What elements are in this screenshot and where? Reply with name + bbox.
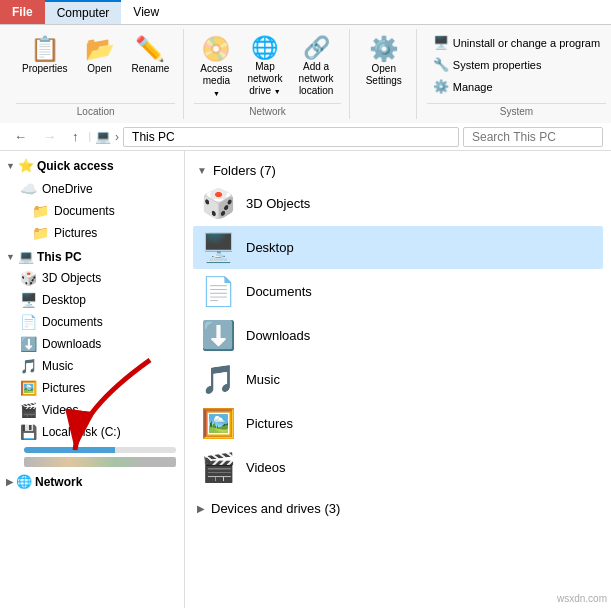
- folder-item-music[interactable]: 🎵 Music: [193, 358, 603, 401]
- sidebar-item-3d-objects[interactable]: 🎲 3D Objects: [0, 267, 184, 289]
- pc-icon-address: 💻: [95, 129, 111, 144]
- folders-section-label: Folders (7): [213, 163, 276, 178]
- documents-od-icon: 📁: [32, 203, 49, 219]
- pictures-od-icon: 📁: [32, 225, 49, 241]
- sidebar-item-documents-od[interactable]: 📁 Documents: [0, 200, 184, 222]
- sidebar-item-pictures[interactable]: 🖼️ Pictures: [0, 377, 184, 399]
- uninstall-icon: 🖥️: [433, 35, 449, 50]
- quick-access-icon: ⭐: [18, 158, 34, 173]
- music-icon: 🎵: [20, 358, 37, 374]
- sidebar-item-quick-access[interactable]: ▼ ⭐ Quick access: [0, 155, 184, 176]
- forward-button[interactable]: →: [37, 126, 62, 147]
- add-network-location-button[interactable]: 🔗 Add a networklocation: [292, 33, 341, 101]
- pictures-icon: 🖼️: [20, 380, 37, 396]
- address-input[interactable]: [123, 127, 459, 147]
- documents-icon: 📄: [20, 314, 37, 330]
- folder-item-documents[interactable]: 📄 Documents: [193, 270, 603, 313]
- search-input[interactable]: [463, 127, 603, 147]
- tab-computer[interactable]: Computer: [45, 0, 122, 24]
- access-media-button[interactable]: 📀 Accessmedia ▼: [194, 33, 238, 103]
- sidebar-item-pictures-od[interactable]: 📁 Pictures: [0, 222, 184, 244]
- map-network-drive-button[interactable]: 🌐 Map networkdrive ▼: [242, 33, 287, 101]
- local-disk-icon: 💾: [20, 424, 37, 440]
- devices-section-label: Devices and drives (3): [211, 501, 340, 516]
- access-media-icon: 📀: [201, 37, 231, 61]
- sidebar-section-onedrive: ☁️ OneDrive 📁 Documents 📁 Pictures: [0, 178, 184, 244]
- map-network-drive-icon: 🌐: [251, 37, 278, 59]
- watermark: wsxdn.com: [557, 593, 607, 604]
- network-icon: 🌐: [16, 474, 32, 489]
- folder-desktop-icon: 🖥️: [201, 231, 236, 264]
- network-group-label: Network: [194, 103, 340, 119]
- manage-icon: ⚙️: [433, 79, 449, 94]
- folder-videos-icon: 🎬: [201, 451, 236, 484]
- address-bar: ← → ↑ | 💻 ›: [0, 123, 611, 151]
- ribbon-group-system: 🖥️ Uninstall or change a program 🔧 Syste…: [419, 29, 611, 119]
- chevron-network: ▶: [6, 477, 13, 487]
- folder-3d-icon: 🎲: [201, 187, 236, 220]
- system-properties-icon: 🔧: [433, 57, 449, 72]
- properties-icon: 📋: [30, 37, 60, 61]
- sidebar-item-onedrive[interactable]: ☁️ OneDrive: [0, 178, 184, 200]
- manage-button[interactable]: ⚙️ Manage: [427, 77, 606, 96]
- videos-icon: 🎬: [20, 402, 37, 418]
- content-area: ▼ Folders (7) 🎲 3D Objects 🖥️ Desktop 📄 …: [185, 151, 611, 608]
- folder-item-videos[interactable]: 🎬 Videos: [193, 446, 603, 489]
- sidebar: ▼ ⭐ Quick access ☁️ OneDrive 📁 Documents…: [0, 151, 185, 608]
- sidebar-item-desktop[interactable]: 🖥️ Desktop: [0, 289, 184, 311]
- sidebar-section-this-pc: ▼ 💻 This PC 🎲 3D Objects 🖥️ Desktop 📄 Do…: [0, 246, 184, 443]
- chevron-quick-access: ▼: [6, 161, 15, 171]
- sidebar-item-network[interactable]: ▶ 🌐 Network: [0, 471, 184, 492]
- this-pc-icon: 💻: [18, 249, 34, 264]
- tab-view[interactable]: View: [121, 0, 171, 24]
- system-properties-button[interactable]: 🔧 System properties: [427, 55, 606, 74]
- system-group-label: System: [427, 103, 606, 119]
- path-arrow: ›: [115, 130, 119, 144]
- sidebar-item-documents[interactable]: 📄 Documents: [0, 311, 184, 333]
- devices-chevron-icon: ▶: [197, 503, 205, 514]
- uninstall-button[interactable]: 🖥️ Uninstall or change a program: [427, 33, 606, 52]
- location-group-label: Location: [16, 103, 175, 119]
- downloads-icon: ⬇️: [20, 336, 37, 352]
- folder-pictures-icon: 🖼️: [201, 407, 236, 440]
- settings-icon: ⚙️: [369, 37, 399, 61]
- sidebar-section-quick-access: ▼ ⭐ Quick access: [0, 155, 184, 176]
- ribbon-group-open-settings: ⚙️ OpenSettings _: [352, 29, 417, 119]
- properties-button[interactable]: 📋 Properties: [16, 33, 74, 79]
- storage-info: [24, 457, 176, 467]
- open-button[interactable]: 📂 Open: [78, 33, 122, 79]
- folders-section-header[interactable]: ▼ Folders (7): [193, 159, 603, 182]
- 3d-objects-icon: 🎲: [20, 270, 37, 286]
- folder-documents-icon: 📄: [201, 275, 236, 308]
- sidebar-item-local-disk[interactable]: 💾 Local Disk (C:): [0, 421, 184, 443]
- ribbon-tabs: File Computer View: [0, 0, 611, 25]
- sidebar-section-network: ▶ 🌐 Network: [0, 471, 184, 492]
- folders-grid: 🎲 3D Objects 🖥️ Desktop 📄 Documents ⬇️ D…: [193, 182, 603, 489]
- folders-chevron-icon: ▼: [197, 165, 207, 176]
- rename-button[interactable]: ✏️ Rename: [126, 33, 176, 79]
- folder-item-pictures[interactable]: 🖼️ Pictures: [193, 402, 603, 445]
- onedrive-icon: ☁️: [20, 181, 37, 197]
- sidebar-item-music[interactable]: 🎵 Music: [0, 355, 184, 377]
- open-settings-button[interactable]: ⚙️ OpenSettings: [360, 33, 408, 91]
- folder-item-3d-objects[interactable]: 🎲 3D Objects: [193, 182, 603, 225]
- chevron-this-pc: ▼: [6, 252, 15, 262]
- devices-section-header[interactable]: ▶ Devices and drives (3): [193, 497, 603, 520]
- folder-music-icon: 🎵: [201, 363, 236, 396]
- storage-bar: [24, 447, 176, 453]
- open-icon: 📂: [85, 37, 115, 61]
- rename-icon: ✏️: [135, 37, 165, 61]
- add-network-location-icon: 🔗: [303, 37, 330, 59]
- path-separator: |: [89, 131, 92, 142]
- tab-file[interactable]: File: [0, 0, 45, 24]
- sidebar-item-downloads[interactable]: ⬇️ Downloads: [0, 333, 184, 355]
- folder-item-desktop[interactable]: 🖥️ Desktop: [193, 226, 603, 269]
- sidebar-item-videos[interactable]: 🎬 Videos: [0, 399, 184, 421]
- ribbon-group-network: 📀 Accessmedia ▼ 🌐 Map networkdrive ▼ 🔗 A…: [186, 29, 349, 119]
- sidebar-item-this-pc[interactable]: ▼ 💻 This PC: [0, 246, 184, 267]
- ribbon-area: 📋 Properties 📂 Open ✏️ Rename Location 📀: [0, 25, 611, 123]
- back-button[interactable]: ←: [8, 126, 33, 147]
- folder-item-downloads[interactable]: ⬇️ Downloads: [193, 314, 603, 357]
- ribbon-group-location: 📋 Properties 📂 Open ✏️ Rename Location: [8, 29, 184, 119]
- up-button[interactable]: ↑: [66, 126, 85, 147]
